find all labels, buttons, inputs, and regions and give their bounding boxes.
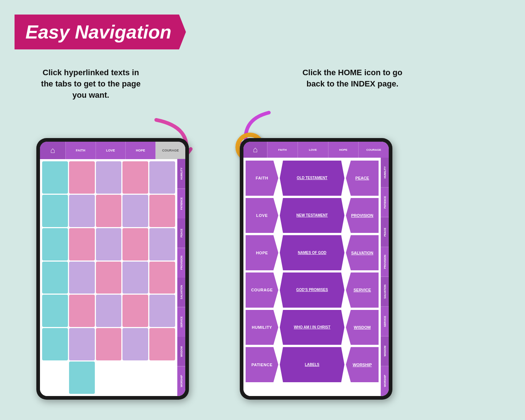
index-row-hope: HOPE NAMES OF GOD SALVATION <box>246 235 379 270</box>
header-banner: Easy Navigation <box>15 15 186 49</box>
index-center-new-testament[interactable]: NEW TESTAMENT <box>280 198 344 233</box>
tablet-left: ⌂ FAITH LOVE HOPE COURAGE HUMILITY PATIE… <box>36 138 189 400</box>
table-row <box>69 161 95 194</box>
table-row <box>149 228 175 261</box>
index-label-patience[interactable]: PATIENCE <box>246 347 278 382</box>
table-row <box>96 195 122 227</box>
table-row <box>149 195 175 227</box>
index-center-labels[interactable]: LABELS <box>280 347 344 382</box>
index-row-love: LOVE NEW TESTAMENT PROVISION <box>246 198 379 233</box>
tl-nav-bar: ⌂ FAITH LOVE HOPE COURAGE <box>40 142 185 159</box>
table-row <box>42 328 68 360</box>
tr-side-service[interactable]: SERVICE <box>381 307 389 336</box>
table-row <box>42 362 68 394</box>
table-row <box>96 161 122 194</box>
tl-side-salvation[interactable]: SALVATION <box>177 278 185 307</box>
table-row <box>96 228 122 261</box>
tl-side-provision[interactable]: PROVISION <box>177 248 185 278</box>
index-label-faith[interactable]: FAITH <box>246 161 278 196</box>
tr-tab-faith[interactable]: FAITH <box>267 142 298 158</box>
index-right-service[interactable]: SERVICE <box>346 272 379 308</box>
index-right-worship[interactable]: WORSHIP <box>346 347 379 382</box>
index-row-humility: HUMILITY WHO AM I IN CHRIST WISDOM <box>246 310 379 345</box>
table-row <box>69 228 95 261</box>
table-row <box>122 362 148 394</box>
tl-side-peace[interactable]: PEACE <box>177 218 185 248</box>
tl-side-worship[interactable]: WORSHIP <box>177 367 185 396</box>
table-row <box>42 262 68 294</box>
index-label-humility[interactable]: HUMILITY <box>246 310 278 345</box>
tr-home-button[interactable]: ⌂ <box>243 142 267 158</box>
table-row <box>122 161 148 194</box>
tl-tab-hope[interactable]: HOPE <box>125 142 156 159</box>
table-row <box>42 295 68 327</box>
index-row-patience: PATIENCE LABELS WORSHIP <box>246 347 379 382</box>
tablet-left-screen: ⌂ FAITH LOVE HOPE COURAGE HUMILITY PATIE… <box>40 142 185 396</box>
index-center-old-testament[interactable]: OLD TESTAMENT <box>280 161 344 196</box>
table-row <box>96 295 122 327</box>
index-center-names-of-god[interactable]: NAMES OF GOD <box>280 235 344 270</box>
index-right-salvation[interactable]: SALVATION <box>346 235 379 270</box>
table-row <box>149 161 175 194</box>
table-row <box>42 161 68 194</box>
table-row <box>96 362 122 394</box>
tl-side-patience[interactable]: PATIENCE <box>177 189 185 219</box>
instruction-right: Click the HOME icon to go back to the IN… <box>298 67 407 90</box>
index-right-peace[interactable]: PEACE <box>346 161 379 196</box>
tr-side-tabs: HUMILITY PATIENCE PEACE PROVISION SALVAT… <box>381 158 389 396</box>
page-title: Easy Navigation <box>25 21 171 43</box>
table-row <box>122 228 148 261</box>
index-right-wisdom[interactable]: WISDOM <box>346 310 379 345</box>
table-row <box>69 328 95 360</box>
tr-nav-bar: ⌂ FAITH LOVE HOPE COURAGE <box>243 142 389 158</box>
table-row <box>42 195 68 227</box>
table-row <box>149 295 175 327</box>
table-row <box>69 362 95 394</box>
tr-side-wisdom[interactable]: WISDOM <box>381 336 389 366</box>
tr-side-provision[interactable]: PROVISION <box>381 247 389 277</box>
tl-side-wisdom[interactable]: WISDOM <box>177 337 185 367</box>
table-row <box>96 328 122 360</box>
tl-content-grid <box>40 159 177 396</box>
tablet-right: ⌂ FAITH LOVE HOPE COURAGE HUMILITY PATIE… <box>240 138 392 400</box>
table-row <box>122 195 148 227</box>
table-row <box>149 262 175 294</box>
tr-tab-hope[interactable]: HOPE <box>328 142 359 158</box>
table-row <box>96 262 122 294</box>
index-label-love[interactable]: LOVE <box>246 198 278 233</box>
tr-side-worship[interactable]: WORSHIP <box>381 366 389 396</box>
tablet-right-screen: ⌂ FAITH LOVE HOPE COURAGE HUMILITY PATIE… <box>243 142 389 396</box>
index-center-who-am-i[interactable]: WHO AM I IN CHRIST <box>280 310 344 345</box>
tr-side-salvation[interactable]: SALVATION <box>381 277 389 307</box>
index-right-provision[interactable]: PROVISION <box>346 198 379 233</box>
table-row <box>122 262 148 294</box>
tr-side-humility[interactable]: HUMILITY <box>381 158 389 187</box>
index-row-faith: FAITH OLD TESTAMENT PEACE <box>246 161 379 196</box>
table-row <box>122 295 148 327</box>
table-row <box>69 195 95 227</box>
index-label-courage[interactable]: COURAGE <box>246 272 278 308</box>
tl-side-tabs: HUMILITY PATIENCE PEACE PROVISION SALVAT… <box>177 159 185 396</box>
tl-home-button[interactable]: ⌂ <box>40 142 65 159</box>
tl-side-humility[interactable]: HUMILITY <box>177 159 185 189</box>
table-row <box>149 328 175 360</box>
tr-tab-courage[interactable]: COURAGE <box>358 142 389 158</box>
table-row <box>69 295 95 327</box>
tl-side-service[interactable]: SERVICE <box>177 307 185 337</box>
table-row <box>69 262 95 294</box>
index-center-gods-promises[interactable]: GOD'S PROMISES <box>280 272 344 308</box>
tl-tab-courage[interactable]: COURAGE <box>156 142 186 159</box>
tr-tab-love[interactable]: LOVE <box>298 142 328 158</box>
tr-index-content: FAITH OLD TESTAMENT PEACE LOVE NEW TESTA… <box>243 158 381 396</box>
tl-tab-faith[interactable]: FAITH <box>65 142 96 159</box>
home-icon: ⌂ <box>253 145 258 154</box>
instruction-left: Click hyperlinked texts in the tabs to g… <box>40 67 142 101</box>
table-row <box>122 328 148 360</box>
table-row <box>42 228 68 261</box>
tr-side-patience[interactable]: PATIENCE <box>381 187 389 217</box>
tr-side-peace[interactable]: PEACE <box>381 217 389 247</box>
table-row <box>149 362 175 394</box>
index-row-courage: COURAGE GOD'S PROMISES SERVICE <box>246 272 379 308</box>
tl-tab-love[interactable]: LOVE <box>96 142 126 159</box>
index-label-hope[interactable]: HOPE <box>246 235 278 270</box>
